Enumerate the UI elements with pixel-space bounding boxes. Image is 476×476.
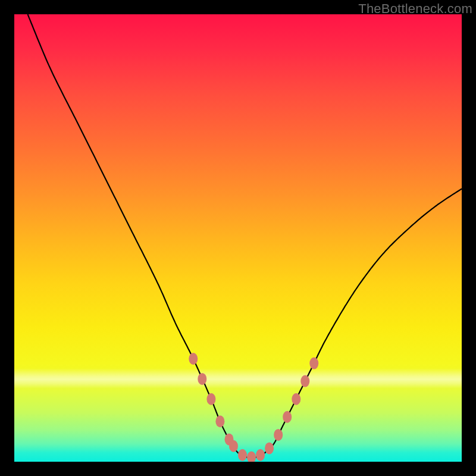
watermark-text: TheBottleneck.com xyxy=(358,1,472,17)
curve-markers xyxy=(189,353,318,462)
curve-marker xyxy=(274,429,283,441)
curve-marker xyxy=(292,393,300,405)
curve-marker xyxy=(283,411,292,423)
curve-marker xyxy=(265,442,274,454)
curve-marker xyxy=(189,353,198,365)
bottleneck-curve xyxy=(28,14,462,458)
curve-marker xyxy=(238,449,247,461)
curve-marker xyxy=(198,373,206,385)
curve-marker xyxy=(256,449,265,461)
curve-marker xyxy=(215,415,224,427)
plot-area xyxy=(14,14,462,462)
curve-marker xyxy=(309,358,318,369)
curve-marker xyxy=(229,440,238,452)
curve-marker xyxy=(206,393,215,405)
curve-layer xyxy=(14,14,462,462)
curve-marker xyxy=(247,452,256,462)
chart-frame xyxy=(14,14,462,462)
curve-marker xyxy=(300,375,309,387)
